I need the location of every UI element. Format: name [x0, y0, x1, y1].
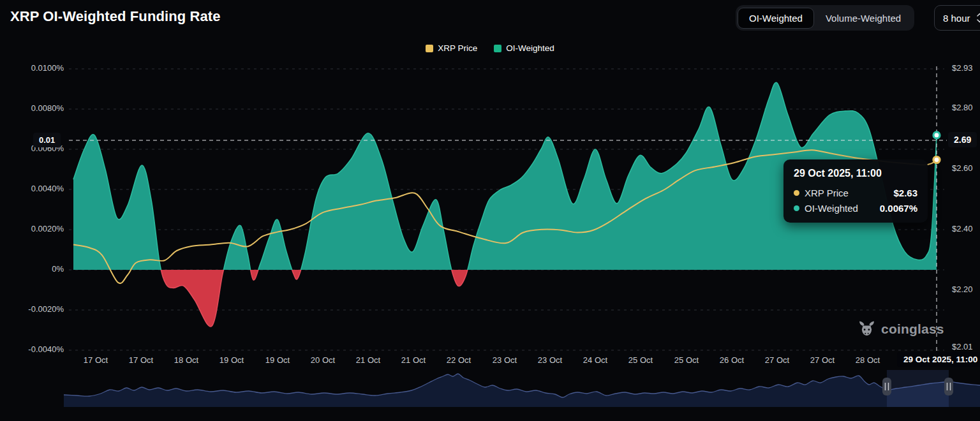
navigator-selection[interactable]	[887, 370, 949, 407]
navigator-handle-left[interactable]	[882, 378, 891, 395]
crosshair-funding-badge: 0.01	[33, 133, 61, 147]
tooltip-label: OI-Weighted	[805, 203, 858, 214]
funding-axis-tick: 0%	[0, 264, 64, 274]
coinglass-watermark-text: coinglass	[881, 321, 944, 337]
xrp-price-marker	[933, 157, 940, 163]
funding-axis-tick: -0.0040%	[0, 344, 64, 354]
funding-axis-tick: 0.0040%	[0, 184, 64, 193]
price-axis-tick: $2.01	[952, 342, 973, 351]
chart-tooltip: 29 Oct 2025, 11:00 XRP Price $2.63 OI-We…	[783, 159, 928, 223]
tooltip-value: $2.63	[893, 188, 917, 198]
navigator-handle-right[interactable]	[944, 378, 953, 395]
tooltip-timestamp: 29 Oct 2025, 11:00	[794, 168, 917, 179]
funding-axis-tick: -0.0020%	[0, 304, 64, 314]
crosshair-price-badge: 2.69	[948, 132, 977, 147]
crosshair-time-badge: 29 Oct 2025, 11:00	[897, 352, 980, 367]
price-axis-tick: $2.40	[952, 224, 973, 233]
price-axis-tick: $2.80	[952, 103, 973, 112]
funding-axis-tick: 0.0100%	[0, 63, 64, 73]
time-axis-tick: 28 Oct	[839, 355, 896, 365]
coinglass-bull-icon	[858, 320, 875, 337]
funding-axis-tick: 0.0080%	[0, 103, 64, 113]
coinglass-watermark: coinglass	[858, 320, 944, 337]
xrp-price-dot	[794, 190, 799, 196]
tooltip-value: 0.0067%	[880, 203, 917, 214]
oi-weighted-marker	[933, 132, 940, 138]
tooltip-label: XRP Price	[805, 188, 849, 198]
tooltip-row-oi-weighted: OI-Weighted 0.0067%	[794, 203, 917, 214]
price-axis-tick: $2.60	[952, 163, 973, 173]
price-axis-tick: $2.20	[952, 284, 973, 294]
funding-rate-page: XRP OI-Weighted Funding Rate OI-Weighted…	[0, 0, 980, 421]
price-axis-tick: $2.93	[952, 63, 973, 73]
oi-weighted-dot	[794, 205, 799, 211]
funding-axis-tick: 0.0020%	[0, 224, 64, 233]
tooltip-row-xrp-price: XRP Price $2.63	[794, 188, 917, 198]
